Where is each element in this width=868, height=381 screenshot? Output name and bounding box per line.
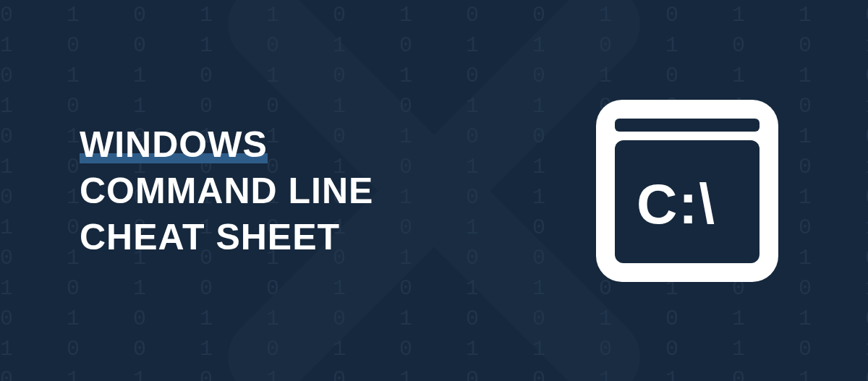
title-line-1: WINDOWS [80,124,268,165]
title-line-2: COMMAND LINE [80,171,373,211]
svg-rect-4 [615,119,760,132]
hero-banner: 0 1 0 1 1 0 1 0 0 1 0 1 1 0 1 0 0 1 0 1 … [0,0,868,381]
command-prompt-icon: C:\ [586,90,788,292]
hero-title: WINDOWS COMMAND LINE CHEAT SHEET [80,121,373,260]
command-prompt-label: C:\ [637,172,716,236]
title-line-3: CHEAT SHEET [80,217,340,257]
